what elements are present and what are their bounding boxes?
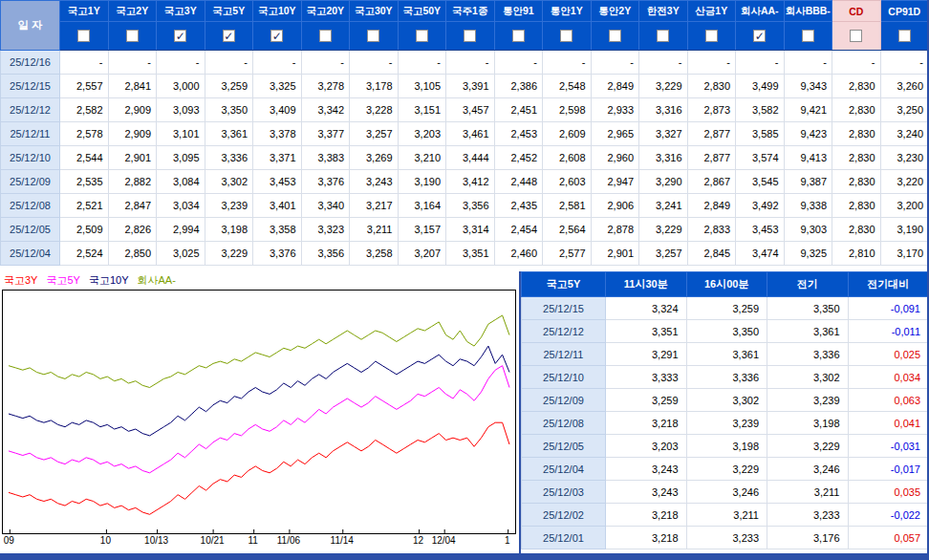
column-checkbox-국고20Y[interactable] [319,30,332,42]
column-header-국고30Y[interactable]: 국고30Y [350,1,399,22]
detail-column-header[interactable]: 11시30분 [606,272,687,297]
detail-row[interactable]: 25/12/033,2433,2463,2110,035 [522,481,929,504]
rate-cell: - [60,51,109,75]
column-header-통안2Y[interactable]: 통안2Y [591,1,639,22]
rate-cell: 2,901 [108,146,157,170]
column-header-국고5Y[interactable]: 국고5Y [205,1,253,22]
rate-cell: 3,229 [639,75,688,98]
detail-row[interactable]: 25/12/103,3333,3363,3020,034 [522,366,929,389]
detail-row[interactable]: 25/12/093,2593,3023,2390,063 [522,389,929,412]
rate-cell: 3,316 [639,98,688,122]
column-header-국주1종[interactable]: 국주1종 [446,1,495,22]
column-checkbox-cell[interactable] [398,22,446,51]
column-checkbox-국고2Y[interactable] [126,30,139,42]
column-checkbox-산금1Y[interactable] [705,30,718,42]
column-header-국고1Y[interactable]: 국고1Y [60,1,109,22]
detail-series-header[interactable]: 국고5Y [522,272,606,297]
column-header-산금1Y[interactable]: 산금1Y [687,1,736,22]
column-checkbox-CP91D[interactable] [898,30,911,42]
detail-row[interactable]: 25/12/153,3243,2593,350-0,091 [522,297,929,320]
change-cell: -0,011 [848,320,929,343]
column-checkbox-국고50Y[interactable] [416,30,428,42]
column-checkbox-cell[interactable]: ✓ [205,22,253,51]
detail-row[interactable]: 25/12/123,3513,3503,361-0,011 [522,320,929,343]
rate-cell: - [108,51,157,75]
column-checkbox-국고30Y[interactable] [367,30,379,42]
detail-column-header[interactable]: 16시00분 [686,272,767,297]
column-header-회사AA-[interactable]: 회사AA- [736,1,785,22]
rates-row[interactable]: 25/12/112,5782,9093,1013,3613,3783,3773,… [1,122,929,146]
column-checkbox-cell[interactable]: ✓ [157,22,205,51]
column-checkbox-cell[interactable] [880,22,929,51]
column-checkbox-cell[interactable] [446,22,495,51]
column-checkbox-회사BBB-[interactable] [802,30,814,42]
detail-row[interactable]: 25/12/043,2433,2293,246-0,017 [522,458,929,481]
column-header-국고10Y[interactable]: 국고10Y [253,1,302,22]
column-checkbox-cell[interactable] [350,22,399,51]
rate-cell: 3,228 [350,98,399,122]
column-checkbox-cell[interactable] [784,22,832,51]
column-checkbox-cell[interactable] [591,22,639,51]
column-header-국고20Y[interactable]: 국고20Y [301,1,350,22]
rate-cell: - [350,51,399,75]
column-checkbox-cell[interactable] [687,22,736,51]
prev-cell: 3,302 [767,366,849,389]
rates-row[interactable]: 25/12/092,5352,8823,0843,3023,4533,3763,… [1,170,929,194]
detail-column-header[interactable]: 전기대비 [848,272,929,297]
prev-cell: 3,176 [767,527,849,549]
column-checkbox-국주1종[interactable] [464,30,476,42]
bond-rates-window: 일 자국고1Y국고2Y국고3Y국고5Y국고10Y국고20Y국고30Y국고50Y국… [0,0,929,554]
rates-row[interactable]: 25/12/102,5442,9013,0953,3363,3713,3833,… [1,146,929,170]
column-checkbox-한전3Y[interactable] [657,30,669,42]
detail-row[interactable]: 25/12/013,2183,2333,1760,057 [522,527,929,549]
column-checkbox-국고5Y[interactable]: ✓ [223,30,235,42]
rate-cell: 2,841 [108,75,157,98]
rates-row[interactable]: 25/12/122,5822,9093,0933,3503,4093,3423,… [1,98,929,122]
rates-row[interactable]: 25/12/042,5242,8503,0253,2293,3763,3563,… [1,242,929,266]
rate-cell: 2,577 [543,242,592,266]
column-header-한전3Y[interactable]: 한전3Y [639,1,688,22]
column-checkbox-cell[interactable] [832,22,881,51]
column-checkbox-통안1Y[interactable] [560,30,573,42]
column-header-통안1Y[interactable]: 통안1Y [543,1,592,22]
column-checkbox-CD[interactable] [850,30,862,42]
legend-item-국고5Y: 국고5Y [46,274,79,286]
column-checkbox-통안91[interactable] [512,30,525,42]
detail-column-header[interactable]: 전기 [767,272,849,297]
column-header-회사BBB-[interactable]: 회사BBB- [784,1,832,22]
column-checkbox-회사AA-[interactable]: ✓ [753,30,766,42]
column-checkbox-cell[interactable] [543,22,592,51]
detail-row[interactable]: 25/12/113,2913,3613,3360,025 [522,343,929,366]
column-checkbox-cell[interactable] [60,22,109,51]
column-header-CP91D[interactable]: CP91D [880,1,929,22]
column-checkbox-cell[interactable]: ✓ [736,22,785,51]
detail-row[interactable]: 25/12/053,2033,1983,229-0,031 [522,435,929,458]
rates-row[interactable]: 25/12/16------------------ [1,51,929,75]
column-checkbox-국고3Y[interactable]: ✓ [174,30,186,42]
rates-row[interactable]: 25/12/152,5572,8413,0003,2593,3253,2783,… [1,75,929,98]
chart-series-국고5Y [9,366,509,473]
column-header-국고50Y[interactable]: 국고50Y [398,1,446,22]
column-header-국고3Y[interactable]: 국고3Y [157,1,205,22]
column-checkbox-국고10Y[interactable]: ✓ [270,30,283,42]
column-checkbox-cell[interactable] [301,22,350,51]
column-checkbox-cell[interactable] [108,22,157,51]
rates-row[interactable]: 25/12/082,5212,8473,0343,2393,4013,3403,… [1,194,929,218]
column-header-국고2Y[interactable]: 국고2Y [108,1,157,22]
column-checkbox-cell[interactable] [494,22,543,51]
column-checkbox-cell[interactable] [639,22,688,51]
column-checkbox-국고1Y[interactable] [77,30,90,42]
rate-cell: 3,351 [446,242,495,266]
rate-cell: 3,358 [253,218,302,242]
column-checkbox-cell[interactable]: ✓ [253,22,302,51]
rate-cell: 2,830 [832,122,881,146]
column-checkbox-통안2Y[interactable] [609,30,621,42]
detail-row[interactable]: 25/12/023,2183,2113,233-0,022 [522,504,929,527]
prev-cell: 3,246 [767,458,849,481]
detail-row[interactable]: 25/12/083,2183,2393,1980,041 [522,412,929,435]
yield-history-chart[interactable] [2,290,516,534]
rates-row[interactable]: 25/12/052,5092,8262,9943,1983,3583,3233,… [1,218,929,242]
rate-cell: 2,609 [543,122,592,146]
column-header-통안91[interactable]: 통안91 [494,1,543,22]
column-header-CD[interactable]: CD [832,1,881,22]
